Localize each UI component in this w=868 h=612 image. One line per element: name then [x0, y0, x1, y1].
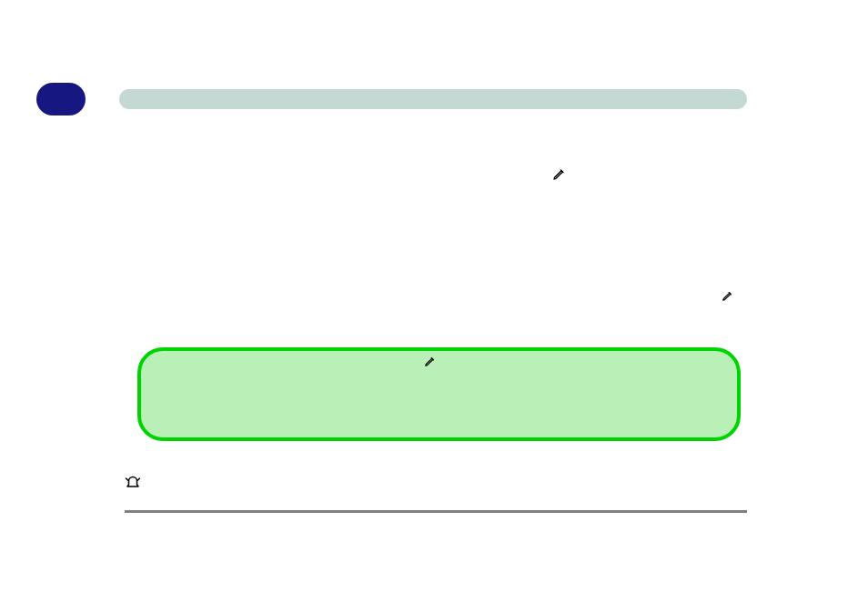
header-tag-pill	[36, 83, 86, 115]
header-bar	[119, 89, 747, 109]
bell-icon	[125, 476, 141, 492]
document-page	[0, 0, 868, 612]
section-divider	[125, 510, 747, 513]
note-callout-box	[137, 347, 741, 441]
pen-icon	[552, 166, 567, 181]
pen-icon	[722, 289, 734, 302]
pen-icon	[424, 355, 437, 367]
